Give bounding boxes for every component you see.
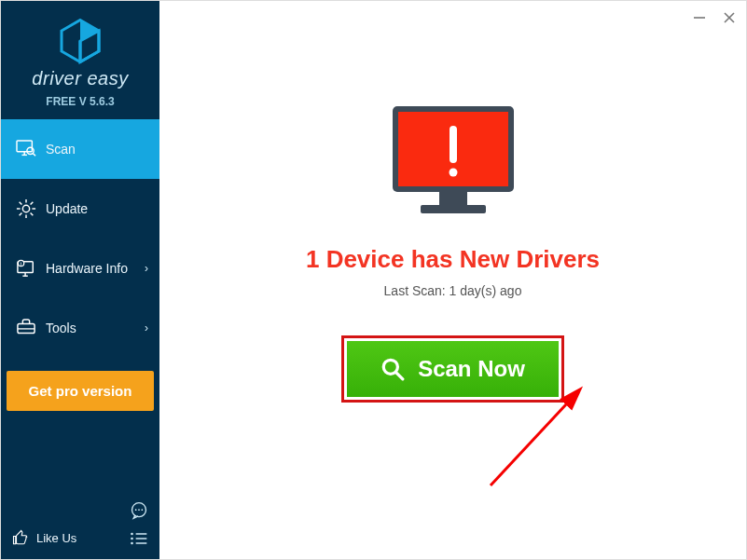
tools-icon (14, 319, 38, 337)
list-icon[interactable] (130, 531, 148, 546)
svg-point-26 (142, 509, 144, 511)
chevron-right-icon: › (145, 321, 148, 335)
sidebar-item-scan[interactable]: Scan (1, 119, 159, 179)
sidebar-footer: Like Us (1, 492, 159, 559)
svg-text:i: i (21, 262, 21, 266)
svg-point-27 (131, 533, 133, 536)
chevron-right-icon: › (145, 262, 148, 275)
brand-name: driver easy (32, 68, 128, 89)
svg-rect-38 (439, 192, 467, 205)
svg-point-41 (449, 169, 457, 177)
sidebar-item-label: Scan (46, 142, 76, 157)
get-pro-button[interactable]: Get pro version (7, 371, 154, 411)
like-us-button[interactable]: Like Us (12, 529, 76, 546)
svg-point-29 (131, 542, 133, 545)
svg-rect-2 (17, 141, 32, 152)
minimize-button[interactable] (692, 10, 707, 25)
svg-line-6 (33, 154, 35, 157)
close-button[interactable] (722, 10, 737, 25)
scan-now-button[interactable]: Scan Now (347, 341, 559, 397)
sidebar-item-label: Hardware Info (46, 261, 128, 276)
scan-now-highlight: Scan Now (341, 335, 564, 403)
alert-monitor-icon (383, 102, 523, 223)
sidebar: driver easy FREE V 5.6.3 Scan Update i (1, 1, 159, 559)
nav: Scan Update i Hardware Info › Tools (1, 119, 159, 358)
sidebar-item-tools[interactable]: Tools › (1, 298, 159, 358)
svg-rect-39 (421, 205, 486, 213)
scan-now-label: Scan Now (418, 356, 525, 382)
app-window: driver easy FREE V 5.6.3 Scan Update i (0, 0, 747, 560)
svg-line-13 (31, 213, 34, 216)
svg-line-12 (20, 202, 22, 205)
gear-icon (14, 198, 38, 219)
sidebar-item-hardware-info[interactable]: i Hardware Info › (1, 239, 159, 298)
svg-line-15 (31, 202, 34, 205)
monitor-search-icon (14, 140, 38, 158)
brand-version: FREE V 5.6.3 (46, 95, 114, 108)
svg-line-44 (491, 390, 579, 485)
svg-line-14 (20, 213, 22, 216)
svg-line-43 (396, 373, 403, 379)
sidebar-item-label: Update (46, 201, 88, 216)
svg-point-42 (383, 360, 397, 374)
hardware-info-icon: i (14, 259, 38, 278)
svg-point-28 (131, 538, 133, 540)
window-controls (692, 10, 737, 25)
sidebar-item-label: Tools (46, 321, 76, 335)
main-panel: 1 Device has New Drivers Last Scan: 1 da… (159, 1, 746, 559)
headline-text: 1 Device has New Drivers (306, 245, 600, 274)
last-scan-text: Last Scan: 1 day(s) ago (384, 283, 522, 298)
svg-point-25 (138, 509, 140, 511)
logo-icon (57, 18, 104, 64)
logo-zone: driver easy FREE V 5.6.3 (1, 1, 159, 119)
svg-point-7 (22, 205, 29, 212)
feedback-icon[interactable] (130, 501, 148, 520)
svg-point-24 (135, 509, 137, 511)
like-us-label: Like Us (36, 531, 76, 545)
sidebar-item-update[interactable]: Update (1, 179, 159, 239)
thumbs-up-icon (12, 529, 29, 546)
magnify-icon (380, 357, 405, 381)
